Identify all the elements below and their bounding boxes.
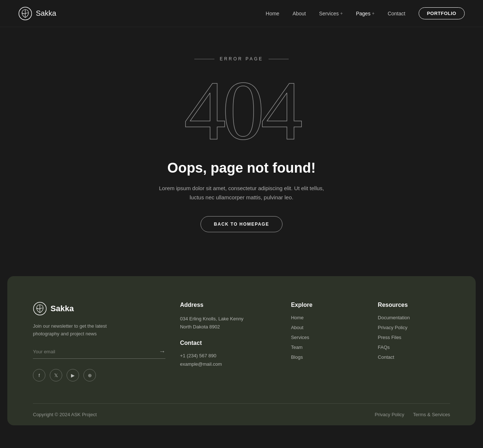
- error-label-text: ERROR PAGE: [220, 56, 263, 61]
- footer-resources-title: Resources: [378, 302, 450, 308]
- footer-terms-link[interactable]: Terms & Services: [413, 412, 450, 417]
- email-form: →: [33, 348, 165, 359]
- footer-address-text: 034 Erling Knolls, Lake Kenny North Dako…: [180, 315, 276, 331]
- main-nav: Home About Services + Pages + Contact PO…: [266, 7, 465, 19]
- footer-logo-text: Sakka: [50, 304, 74, 313]
- error-section: ERROR PAGE 404 Oops, page not found! Lor…: [0, 27, 483, 276]
- explore-link-about[interactable]: About: [291, 325, 363, 330]
- resource-link-documentation[interactable]: Documentation: [378, 315, 450, 320]
- logo[interactable]: Sakka: [18, 7, 56, 20]
- logo-text: Sakka: [36, 9, 56, 18]
- footer-address-col: Address 034 Erling Knolls, Lake Kenny No…: [180, 302, 276, 382]
- nav-about[interactable]: About: [292, 11, 306, 16]
- logo-icon: [18, 7, 32, 20]
- footer-contact-text: +1 (234) 567 890 example@mail.com: [180, 351, 276, 369]
- footer-logo[interactable]: Sakka: [33, 302, 165, 316]
- youtube-icon[interactable]: ▶: [67, 369, 79, 381]
- error-line-right: [269, 59, 289, 59]
- nav-services[interactable]: Services +: [319, 11, 343, 16]
- twitter-icon[interactable]: 𝕏: [50, 369, 62, 381]
- footer-bottom-links: Privacy Policy Terms & Services: [375, 412, 450, 417]
- footer-brand-col: Sakka Join our newsletter to get the lat…: [33, 302, 165, 382]
- nav-home[interactable]: Home: [266, 11, 279, 16]
- dribbble-icon[interactable]: ⊕: [83, 369, 96, 381]
- footer-tagline: Join our newsletter to get the latest ph…: [33, 322, 124, 338]
- footer-explore-col: Explore Home About Services Team Blogs: [291, 302, 363, 382]
- error-title: Oops, page not found!: [167, 160, 315, 176]
- footer: Sakka Join our newsletter to get the lat…: [7, 276, 476, 426]
- error-number: 404: [184, 69, 299, 153]
- footer-contact-title: Contact: [180, 340, 276, 346]
- explore-link-blogs[interactable]: Blogs: [291, 354, 363, 360]
- social-icons: f 𝕏 ▶ ⊕: [33, 369, 165, 381]
- footer-bottom: Copyright © 2024 ASK Project Privacy Pol…: [33, 403, 450, 425]
- footer-logo-icon: [33, 302, 47, 316]
- footer-top: Sakka Join our newsletter to get the lat…: [33, 302, 450, 404]
- footer-resources-col: Resources Documentation Privacy Policy P…: [378, 302, 450, 382]
- error-description: Lorem ipsum dolor sit amet, consectetur …: [154, 184, 329, 202]
- error-label-group: ERROR PAGE: [194, 56, 288, 61]
- footer-copyright: Copyright © 2024 ASK Project: [33, 412, 97, 417]
- email-input[interactable]: [33, 349, 159, 354]
- facebook-icon[interactable]: f: [33, 369, 45, 381]
- explore-link-home[interactable]: Home: [291, 315, 363, 320]
- footer-explore-title: Explore: [291, 302, 363, 308]
- explore-link-team[interactable]: Team: [291, 345, 363, 350]
- portfolio-button[interactable]: PORTFOLIO: [419, 7, 465, 19]
- resource-link-contact[interactable]: Contact: [378, 354, 450, 360]
- footer-explore-links: Home About Services Team Blogs: [291, 315, 363, 360]
- resource-link-privacy[interactable]: Privacy Policy: [378, 325, 450, 330]
- resource-link-press[interactable]: Press Files: [378, 335, 450, 340]
- nav-pages[interactable]: Pages +: [356, 11, 375, 16]
- footer-spacer: [0, 425, 483, 440]
- resource-link-faqs[interactable]: FAQs: [378, 345, 450, 350]
- back-to-homepage-button[interactable]: BACK TO HOMEPAGE: [201, 216, 283, 232]
- footer-resources-links: Documentation Privacy Policy Press Files…: [378, 315, 450, 360]
- footer-privacy-link[interactable]: Privacy Policy: [375, 412, 404, 417]
- error-line-left: [194, 59, 214, 59]
- email-submit-arrow[interactable]: →: [159, 348, 165, 355]
- nav-contact[interactable]: Contact: [387, 11, 405, 16]
- footer-address-title: Address: [180, 302, 276, 308]
- header: Sakka Home About Services + Pages + Cont…: [0, 0, 483, 27]
- explore-link-services[interactable]: Services: [291, 335, 363, 340]
